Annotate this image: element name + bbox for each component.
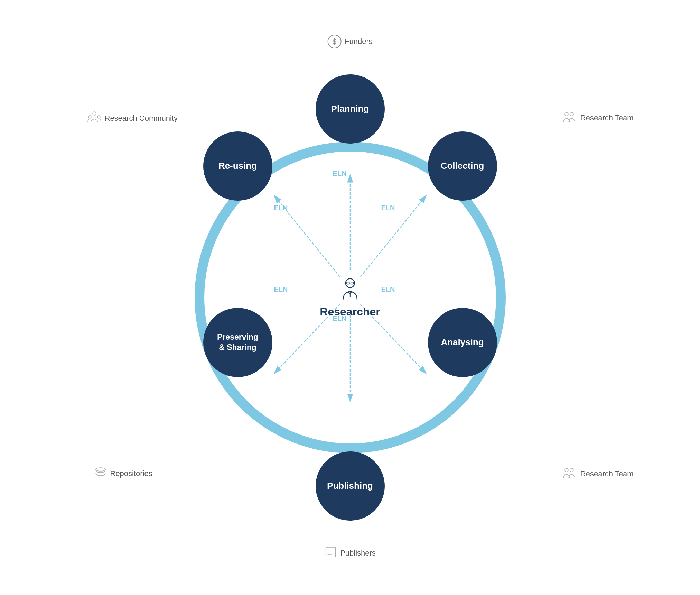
repositories-label: Repositories xyxy=(110,469,152,478)
svg-point-20 xyxy=(570,468,573,472)
research-team-top-label: Research Team xyxy=(580,113,634,122)
ext-repositories: Repositories xyxy=(94,466,152,481)
ext-publishers: Publishers xyxy=(324,546,376,560)
svg-rect-10 xyxy=(351,282,354,284)
svg-point-15 xyxy=(97,116,100,118)
node-preserving[interactable]: Preserving& Sharing xyxy=(203,308,272,377)
center-researcher: Researcher xyxy=(320,277,380,318)
publishers-label: Publishers xyxy=(340,549,376,558)
ext-research-team-top: Research Team xyxy=(563,111,634,125)
svg-point-16 xyxy=(565,112,568,116)
node-collecting[interactable]: Collecting xyxy=(428,131,497,201)
node-planning[interactable]: Planning xyxy=(316,74,385,144)
svg-point-18 xyxy=(96,468,105,471)
researcher-icon xyxy=(338,277,362,301)
team-icon-top xyxy=(563,111,577,125)
eln-bl: ELN xyxy=(274,285,288,293)
team-icon-bottom xyxy=(563,467,577,481)
node-analysing[interactable]: Analysing xyxy=(428,308,497,377)
svg-point-19 xyxy=(565,468,568,472)
svg-point-13 xyxy=(93,112,96,115)
eln-top: ELN xyxy=(333,170,347,177)
repositories-icon xyxy=(94,466,107,481)
ext-funders: $ Funders xyxy=(327,35,373,48)
research-community-label: Research Community xyxy=(105,114,178,123)
researcher-label: Researcher xyxy=(320,305,380,318)
node-reusing[interactable]: Re-using xyxy=(203,131,272,201)
dollar-icon: $ xyxy=(327,35,341,48)
funders-label: Funders xyxy=(345,37,373,46)
diagram-container: Planning Collecting Analysing Publishing… xyxy=(108,55,592,540)
svg-rect-9 xyxy=(347,282,349,284)
eln-tr: ELN xyxy=(381,204,395,212)
research-team-bottom-label: Research Team xyxy=(580,469,634,478)
ext-research-team-bottom: Research Team xyxy=(563,467,634,481)
svg-point-14 xyxy=(88,116,91,118)
svg-point-17 xyxy=(570,112,573,116)
ext-research-community: Research Community xyxy=(87,111,178,126)
community-icon xyxy=(87,111,101,126)
node-publishing[interactable]: Publishing xyxy=(316,451,385,521)
eln-br: ELN xyxy=(381,285,395,293)
eln-tl: ELN xyxy=(274,204,288,212)
eln-bottom: ELN xyxy=(333,315,347,323)
publishers-icon xyxy=(324,546,337,560)
